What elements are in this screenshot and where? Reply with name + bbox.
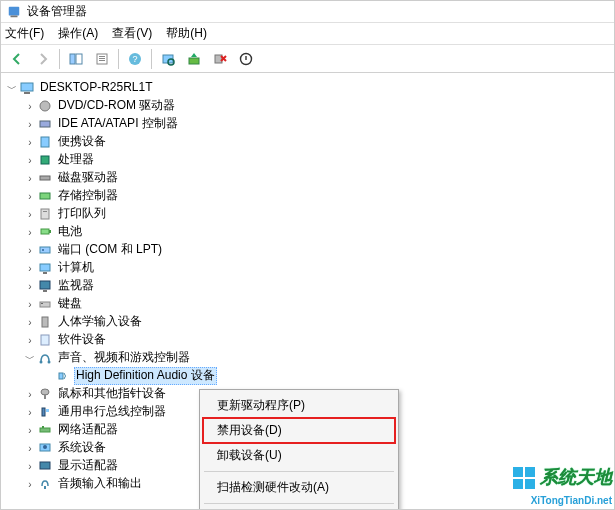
svg-rect-31 xyxy=(40,281,50,289)
category-icon xyxy=(37,134,53,150)
toolbar-separator xyxy=(59,49,60,69)
titlebar: 设备管理器 xyxy=(1,1,614,23)
expand-icon[interactable]: › xyxy=(23,280,37,293)
svg-rect-30 xyxy=(43,272,47,274)
expand-icon[interactable]: › xyxy=(23,334,37,347)
expand-icon[interactable]: › xyxy=(23,406,37,419)
expand-icon[interactable]: › xyxy=(23,424,37,437)
show-hide-console-tree-button[interactable] xyxy=(64,47,88,71)
svg-rect-19 xyxy=(41,137,49,147)
properties-button[interactable] xyxy=(90,47,114,71)
tree-item-label: 监视器 xyxy=(56,278,96,294)
tree-device[interactable]: High Definition Audio 设备 xyxy=(5,367,610,385)
collapse-icon[interactable]: ﹀ xyxy=(23,352,37,365)
expand-icon[interactable]: › xyxy=(23,388,37,401)
tree-item-label: 键盘 xyxy=(56,296,84,312)
tree-root[interactable]: ﹀ DESKTOP-R25RL1T xyxy=(5,79,610,97)
tree-category[interactable]: ﹀声音、视频和游戏控制器 xyxy=(5,349,610,367)
tree-item-label: 通用串行总线控制器 xyxy=(56,404,168,420)
expand-icon[interactable]: › xyxy=(23,190,37,203)
collapse-icon[interactable]: ﹀ xyxy=(5,82,19,95)
expand-icon[interactable]: › xyxy=(23,136,37,149)
window-title: 设备管理器 xyxy=(27,3,87,20)
ctx-disable-device[interactable]: 禁用设备(D) xyxy=(203,418,395,443)
svg-rect-7 xyxy=(99,60,105,61)
back-button[interactable] xyxy=(5,47,29,71)
toolbar-separator xyxy=(151,49,152,69)
svg-rect-25 xyxy=(41,229,49,234)
svg-rect-51 xyxy=(525,467,535,477)
expand-icon[interactable]: › xyxy=(23,208,37,221)
tree-category[interactable]: ›IDE ATA/ATAPI 控制器 xyxy=(5,115,610,133)
tree-category[interactable]: ›打印队列 xyxy=(5,205,610,223)
watermark-text-zh: 系统天地 xyxy=(540,466,612,486)
tree-item-label: DVD/CD-ROM 驱动器 xyxy=(56,98,177,114)
tree-category[interactable]: ›处理器 xyxy=(5,151,610,169)
tree-category[interactable]: ›便携设备 xyxy=(5,133,610,151)
svg-rect-21 xyxy=(40,176,50,180)
tree-item-label: 声音、视频和游戏控制器 xyxy=(56,350,192,366)
expand-icon[interactable]: › xyxy=(23,460,37,473)
svg-rect-41 xyxy=(44,394,46,399)
menu-view[interactable]: 查看(V) xyxy=(112,25,152,42)
ctx-uninstall-device[interactable]: 卸载设备(U) xyxy=(203,443,395,468)
disable-device-button[interactable] xyxy=(208,47,232,71)
expand-icon[interactable]: › xyxy=(23,298,37,311)
tree-item-label: IDE ATA/ATAPI 控制器 xyxy=(56,116,180,132)
category-icon xyxy=(37,332,53,348)
update-driver-button[interactable] xyxy=(182,47,206,71)
category-icon xyxy=(37,206,53,222)
tree-category[interactable]: ›存储控制器 xyxy=(5,187,610,205)
tree-item-label: 处理器 xyxy=(56,152,96,168)
forward-button[interactable] xyxy=(31,47,55,71)
uninstall-device-button[interactable] xyxy=(234,47,258,71)
tree-item-label: 便携设备 xyxy=(56,134,108,150)
svg-rect-36 xyxy=(41,335,49,345)
expand-icon[interactable]: › xyxy=(23,316,37,329)
svg-rect-49 xyxy=(44,486,46,489)
expand-icon[interactable]: › xyxy=(23,442,37,455)
tree-category[interactable]: ›电池 xyxy=(5,223,610,241)
category-icon xyxy=(37,188,53,204)
svg-rect-50 xyxy=(513,467,523,477)
tree-item-label: 显示适配器 xyxy=(56,458,120,474)
menu-file[interactable]: 文件(F) xyxy=(5,25,44,42)
ctx-scan-hardware[interactable]: 扫描检测硬件改动(A) xyxy=(203,475,395,500)
svg-text:?: ? xyxy=(132,54,137,64)
expand-icon[interactable]: › xyxy=(23,262,37,275)
tree-category[interactable]: ›人体学输入设备 xyxy=(5,313,610,331)
svg-rect-48 xyxy=(40,462,50,469)
expand-icon[interactable]: › xyxy=(23,100,37,113)
tree-category[interactable]: ›计算机 xyxy=(5,259,610,277)
svg-rect-18 xyxy=(40,121,50,127)
tree-category[interactable]: ›磁盘驱动器 xyxy=(5,169,610,187)
help-button[interactable]: ? xyxy=(123,47,147,71)
tree-root-label: DESKTOP-R25RL1T xyxy=(38,80,154,96)
category-icon xyxy=(37,224,53,240)
svg-rect-20 xyxy=(41,156,49,164)
expand-icon[interactable]: › xyxy=(23,118,37,131)
menu-help[interactable]: 帮助(H) xyxy=(166,25,207,42)
expand-icon[interactable]: › xyxy=(23,244,37,257)
tree-item-label: 计算机 xyxy=(56,260,96,276)
expand-icon[interactable]: › xyxy=(23,172,37,185)
category-icon xyxy=(37,386,53,402)
tree-category[interactable]: ›DVD/CD-ROM 驱动器 xyxy=(5,97,610,115)
scan-hardware-button[interactable] xyxy=(156,47,180,71)
tree-category[interactable]: ›端口 (COM 和 LPT) xyxy=(5,241,610,259)
tree-category[interactable]: ›监视器 xyxy=(5,277,610,295)
category-icon xyxy=(37,152,53,168)
category-icon xyxy=(37,440,53,456)
svg-rect-0 xyxy=(9,6,20,15)
computer-icon xyxy=(19,80,35,96)
expand-icon[interactable]: › xyxy=(23,478,37,491)
svg-rect-24 xyxy=(43,211,47,212)
expand-icon[interactable]: › xyxy=(23,154,37,167)
menu-action[interactable]: 操作(A) xyxy=(58,25,98,42)
svg-point-28 xyxy=(42,249,44,251)
ctx-update-driver[interactable]: 更新驱动程序(P) xyxy=(203,393,395,418)
svg-rect-53 xyxy=(525,479,535,489)
tree-category[interactable]: ›软件设备 xyxy=(5,331,610,349)
tree-category[interactable]: ›键盘 xyxy=(5,295,610,313)
expand-icon[interactable]: › xyxy=(23,226,37,239)
